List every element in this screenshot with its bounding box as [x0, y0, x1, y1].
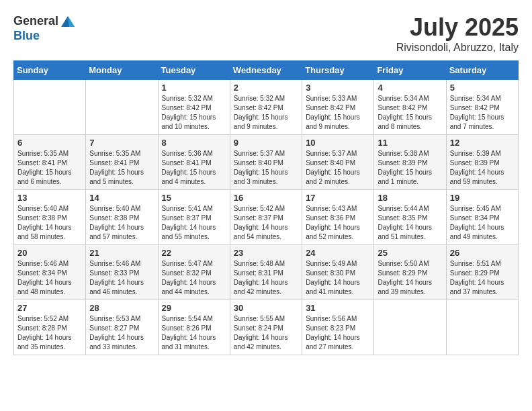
day-info: Sunrise: 5:37 AM Sunset: 8:40 PM Dayligh…	[306, 149, 370, 187]
day-number: 22	[162, 248, 226, 258]
calendar-cell: 30Sunrise: 5:55 AM Sunset: 8:24 PM Dayli…	[230, 300, 302, 355]
day-number: 19	[450, 193, 515, 203]
calendar-cell: 24Sunrise: 5:49 AM Sunset: 8:30 PM Dayli…	[302, 245, 374, 300]
calendar-table: SundayMondayTuesdayWednesdayThursdayFrid…	[13, 60, 519, 355]
day-info: Sunrise: 5:47 AM Sunset: 8:32 PM Dayligh…	[162, 259, 226, 297]
day-number: 11	[378, 138, 442, 148]
day-number: 9	[234, 138, 298, 148]
day-number: 3	[306, 83, 370, 93]
calendar-cell	[14, 80, 86, 135]
day-header-wednesday: Wednesday	[230, 61, 302, 80]
day-header-tuesday: Tuesday	[158, 61, 230, 80]
day-info: Sunrise: 5:32 AM Sunset: 8:42 PM Dayligh…	[162, 94, 226, 132]
calendar-cell: 16Sunrise: 5:42 AM Sunset: 8:37 PM Dayli…	[230, 190, 302, 245]
day-info: Sunrise: 5:32 AM Sunset: 8:42 PM Dayligh…	[234, 94, 298, 132]
calendar-cell: 27Sunrise: 5:52 AM Sunset: 8:28 PM Dayli…	[14, 300, 86, 355]
calendar-cell: 2Sunrise: 5:32 AM Sunset: 8:42 PM Daylig…	[230, 80, 302, 135]
calendar-cell: 11Sunrise: 5:38 AM Sunset: 8:39 PM Dayli…	[374, 135, 446, 190]
calendar-cell: 29Sunrise: 5:54 AM Sunset: 8:26 PM Dayli…	[158, 300, 230, 355]
day-number: 26	[450, 248, 515, 258]
day-info: Sunrise: 5:49 AM Sunset: 8:30 PM Dayligh…	[306, 259, 370, 297]
calendar-cell: 6Sunrise: 5:35 AM Sunset: 8:41 PM Daylig…	[14, 135, 86, 190]
day-info: Sunrise: 5:56 AM Sunset: 8:23 PM Dayligh…	[306, 314, 370, 352]
day-header-monday: Monday	[86, 61, 158, 80]
calendar-header-row: SundayMondayTuesdayWednesdayThursdayFrid…	[14, 61, 519, 80]
calendar-week-row: 6Sunrise: 5:35 AM Sunset: 8:41 PM Daylig…	[14, 135, 519, 190]
day-number: 27	[17, 303, 82, 313]
calendar-cell: 15Sunrise: 5:41 AM Sunset: 8:37 PM Dayli…	[158, 190, 230, 245]
day-number: 8	[162, 138, 226, 148]
day-number: 18	[378, 193, 442, 203]
calendar-cell: 22Sunrise: 5:47 AM Sunset: 8:32 PM Dayli…	[158, 245, 230, 300]
calendar-cell: 8Sunrise: 5:36 AM Sunset: 8:41 PM Daylig…	[158, 135, 230, 190]
day-number: 12	[450, 138, 515, 148]
day-info: Sunrise: 5:34 AM Sunset: 8:42 PM Dayligh…	[378, 94, 442, 132]
calendar-cell: 9Sunrise: 5:37 AM Sunset: 8:40 PM Daylig…	[230, 135, 302, 190]
logo-blue: Blue	[13, 30, 76, 43]
location-subtitle: Rivisondoli, Abruzzo, Italy	[396, 42, 519, 54]
day-number: 10	[306, 138, 370, 148]
day-info: Sunrise: 5:51 AM Sunset: 8:29 PM Dayligh…	[450, 259, 515, 297]
day-number: 21	[89, 248, 154, 258]
calendar-week-row: 20Sunrise: 5:46 AM Sunset: 8:34 PM Dayli…	[14, 245, 519, 300]
day-number: 14	[89, 193, 154, 203]
calendar-cell: 28Sunrise: 5:53 AM Sunset: 8:27 PM Dayli…	[86, 300, 158, 355]
day-number: 29	[162, 303, 226, 313]
day-info: Sunrise: 5:53 AM Sunset: 8:27 PM Dayligh…	[89, 314, 154, 352]
calendar-cell: 26Sunrise: 5:51 AM Sunset: 8:29 PM Dayli…	[446, 245, 518, 300]
day-info: Sunrise: 5:37 AM Sunset: 8:40 PM Dayligh…	[234, 149, 298, 187]
calendar-cell: 13Sunrise: 5:40 AM Sunset: 8:38 PM Dayli…	[14, 190, 86, 245]
calendar-cell	[446, 300, 518, 355]
calendar-cell: 31Sunrise: 5:56 AM Sunset: 8:23 PM Dayli…	[302, 300, 374, 355]
day-number: 6	[17, 138, 82, 148]
day-info: Sunrise: 5:54 AM Sunset: 8:26 PM Dayligh…	[162, 314, 226, 352]
day-number: 24	[306, 248, 370, 258]
day-number: 17	[306, 193, 370, 203]
day-info: Sunrise: 5:52 AM Sunset: 8:28 PM Dayligh…	[17, 314, 82, 352]
logo-icon	[60, 13, 76, 30]
day-number: 16	[234, 193, 298, 203]
day-info: Sunrise: 5:33 AM Sunset: 8:42 PM Dayligh…	[306, 94, 370, 132]
day-header-friday: Friday	[374, 61, 446, 80]
day-info: Sunrise: 5:46 AM Sunset: 8:33 PM Dayligh…	[89, 259, 154, 297]
calendar-cell: 18Sunrise: 5:44 AM Sunset: 8:35 PM Dayli…	[374, 190, 446, 245]
calendar-cell: 7Sunrise: 5:35 AM Sunset: 8:41 PM Daylig…	[86, 135, 158, 190]
day-info: Sunrise: 5:35 AM Sunset: 8:41 PM Dayligh…	[89, 149, 154, 187]
day-number: 15	[162, 193, 226, 203]
day-number: 13	[17, 193, 82, 203]
page-header: General Blue July 2025 Rivisondoli, Abru…	[13, 13, 519, 54]
day-info: Sunrise: 5:41 AM Sunset: 8:37 PM Dayligh…	[162, 204, 226, 242]
day-info: Sunrise: 5:55 AM Sunset: 8:24 PM Dayligh…	[234, 314, 298, 352]
title-section: July 2025 Rivisondoli, Abruzzo, Italy	[396, 13, 519, 54]
calendar-cell: 20Sunrise: 5:46 AM Sunset: 8:34 PM Dayli…	[14, 245, 86, 300]
day-info: Sunrise: 5:42 AM Sunset: 8:37 PM Dayligh…	[234, 204, 298, 242]
calendar-cell: 21Sunrise: 5:46 AM Sunset: 8:33 PM Dayli…	[86, 245, 158, 300]
day-number: 5	[450, 83, 515, 93]
day-info: Sunrise: 5:45 AM Sunset: 8:34 PM Dayligh…	[450, 204, 515, 242]
calendar-cell	[86, 80, 158, 135]
day-info: Sunrise: 5:40 AM Sunset: 8:38 PM Dayligh…	[89, 204, 154, 242]
day-info: Sunrise: 5:39 AM Sunset: 8:39 PM Dayligh…	[450, 149, 515, 187]
calendar-cell: 19Sunrise: 5:45 AM Sunset: 8:34 PM Dayli…	[446, 190, 518, 245]
month-year-title: July 2025	[396, 13, 519, 42]
day-number: 23	[234, 248, 298, 258]
day-info: Sunrise: 5:50 AM Sunset: 8:29 PM Dayligh…	[378, 259, 442, 297]
day-info: Sunrise: 5:38 AM Sunset: 8:39 PM Dayligh…	[378, 149, 442, 187]
calendar-cell: 14Sunrise: 5:40 AM Sunset: 8:38 PM Dayli…	[86, 190, 158, 245]
day-info: Sunrise: 5:44 AM Sunset: 8:35 PM Dayligh…	[378, 204, 442, 242]
day-number: 2	[234, 83, 298, 93]
calendar-cell: 23Sunrise: 5:48 AM Sunset: 8:31 PM Dayli…	[230, 245, 302, 300]
calendar-cell	[374, 300, 446, 355]
day-info: Sunrise: 5:35 AM Sunset: 8:41 PM Dayligh…	[17, 149, 82, 187]
calendar-cell: 12Sunrise: 5:39 AM Sunset: 8:39 PM Dayli…	[446, 135, 518, 190]
day-number: 20	[17, 248, 82, 258]
day-info: Sunrise: 5:48 AM Sunset: 8:31 PM Dayligh…	[234, 259, 298, 297]
day-number: 28	[89, 303, 154, 313]
calendar-week-row: 27Sunrise: 5:52 AM Sunset: 8:28 PM Dayli…	[14, 300, 519, 355]
day-number: 25	[378, 248, 442, 258]
calendar-week-row: 1Sunrise: 5:32 AM Sunset: 8:42 PM Daylig…	[14, 80, 519, 135]
calendar-cell: 17Sunrise: 5:43 AM Sunset: 8:36 PM Dayli…	[302, 190, 374, 245]
day-number: 7	[89, 138, 154, 148]
day-info: Sunrise: 5:34 AM Sunset: 8:42 PM Dayligh…	[450, 94, 515, 132]
day-number: 1	[162, 83, 226, 93]
